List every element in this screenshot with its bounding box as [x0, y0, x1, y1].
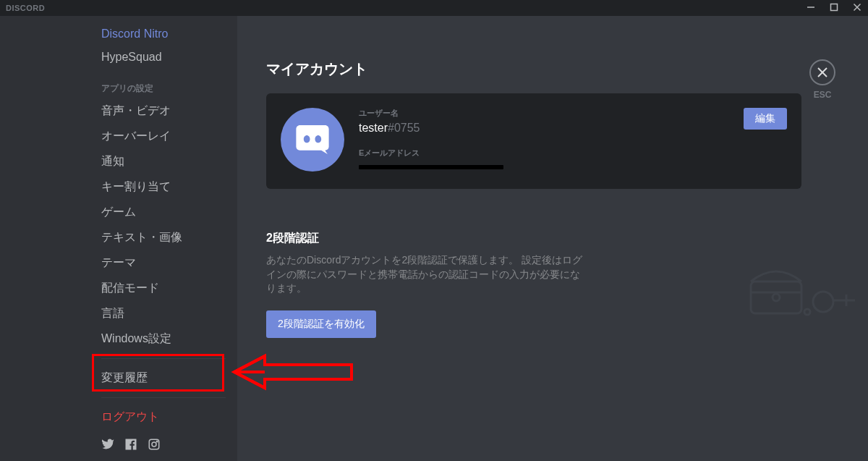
svg-rect-1: [831, 4, 838, 11]
sidebar-item-voice-video[interactable]: 音声・ビデオ: [94, 99, 233, 123]
username-label: ユーザー名: [359, 108, 787, 119]
close-window-icon[interactable]: [852, 2, 862, 14]
twofa-description: あなたのDiscordアカウントを2段階認証で保護します。 設定後はログインの際…: [266, 253, 584, 296]
sidebar-item-nitro[interactable]: Discord Nitro: [94, 23, 233, 45]
discord-logo-icon: [293, 125, 332, 154]
enable-2fa-button[interactable]: 2段階認証を有効化: [266, 310, 376, 338]
instagram-icon[interactable]: [148, 438, 161, 454]
minimize-icon[interactable]: [806, 2, 816, 14]
esc-label: ESC: [809, 90, 835, 100]
divider: [101, 397, 226, 398]
svg-point-9: [813, 292, 833, 312]
sidebar-item-keybind[interactable]: キー割り当て: [94, 175, 233, 199]
window-controls: [806, 2, 862, 14]
twitter-icon[interactable]: [101, 438, 114, 454]
settings-sidebar: Discord Nitro HypeSquad アプリの設定 音声・ビデオ オー…: [80, 16, 237, 461]
page-title: マイアカウント: [266, 59, 801, 79]
svg-point-10: [804, 309, 810, 315]
sidebar-item-overlay[interactable]: オーバーレイ: [94, 124, 233, 148]
sidebar-item-notifications[interactable]: 通知: [94, 150, 233, 174]
edit-button[interactable]: 編集: [744, 108, 787, 130]
account-card: ユーザー名 tester#0755 Eメールアドレス 編集: [266, 93, 801, 189]
sidebar-item-logout[interactable]: ログアウト: [94, 405, 233, 429]
close-icon: [817, 67, 828, 78]
chest-decoration-icon: [744, 260, 859, 321]
svg-point-8: [773, 294, 780, 301]
sidebar-item-language[interactable]: 言語: [94, 302, 233, 326]
facebook-icon[interactable]: [124, 438, 137, 454]
sidebar-item-windows[interactable]: Windows設定: [94, 327, 233, 351]
sidebar-header-app: アプリの設定: [94, 69, 233, 99]
sidebar-item-text-image[interactable]: テキスト・画像: [94, 226, 233, 250]
logo: DISCORD: [6, 4, 45, 12]
username-value: tester#0755: [359, 122, 787, 135]
sidebar-item-hypesquad[interactable]: HypeSquad: [94, 46, 233, 68]
avatar: [281, 108, 344, 172]
email-value: [359, 161, 787, 174]
titlebar: DISCORD: [0, 0, 868, 16]
sidebar-item-changelog[interactable]: 変更履歴: [94, 366, 233, 390]
divider: [101, 358, 226, 359]
maximize-icon[interactable]: [829, 2, 839, 14]
svg-point-5: [152, 442, 156, 447]
content-area: マイアカウント ユーザー名 tester#0755 Eメールアドレス: [237, 16, 868, 461]
svg-rect-7: [751, 282, 801, 313]
svg-point-6: [156, 441, 158, 442]
close-settings-button[interactable]: [809, 59, 835, 85]
sidebar-item-streamer-mode[interactable]: 配信モード: [94, 276, 233, 300]
sidebar-item-game[interactable]: ゲーム: [94, 200, 233, 224]
twofa-title: 2段階認証: [266, 231, 801, 246]
sidebar-item-theme[interactable]: テーマ: [94, 251, 233, 275]
email-label: Eメールアドレス: [359, 148, 787, 158]
